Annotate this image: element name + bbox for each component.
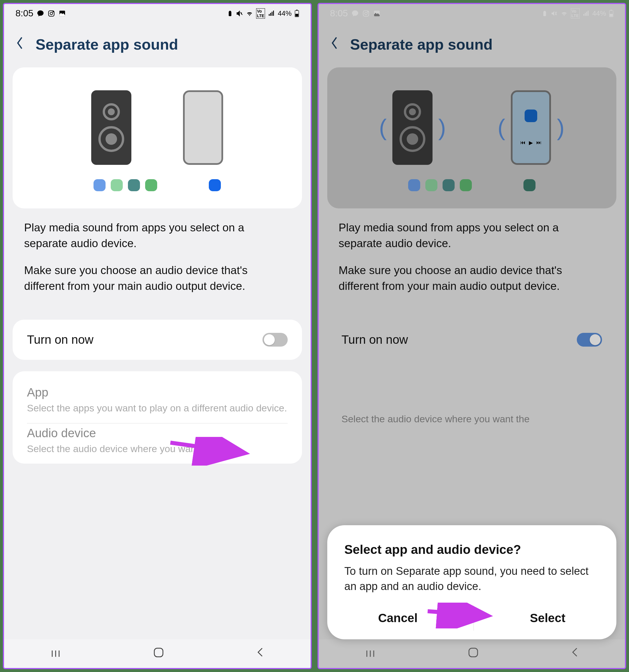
arrow-annotation <box>167 437 259 465</box>
svg-rect-18 <box>543 11 546 16</box>
mute-icon <box>551 10 558 17</box>
back-button[interactable] <box>327 33 342 56</box>
messages-icon <box>37 10 44 17</box>
battery-percent: 44% <box>592 9 606 18</box>
svg-line-9 <box>170 443 242 453</box>
svg-rect-8 <box>295 14 298 16</box>
sound-wave-icon <box>498 114 505 141</box>
back-button[interactable] <box>13 33 27 56</box>
phone-screen-left: 8:05 <box>3 3 312 669</box>
battery-icon <box>609 10 613 17</box>
navigation-bar <box>319 639 625 668</box>
illustration-card <box>13 67 302 209</box>
svg-line-23 <box>428 611 485 616</box>
svg-rect-21 <box>610 10 612 10</box>
toggle-label: Turn on now <box>342 333 408 346</box>
status-bar: 8:05 <box>4 4 311 22</box>
svg-point-15 <box>365 12 367 15</box>
home-button[interactable] <box>445 641 502 667</box>
instagram-icon <box>362 10 370 17</box>
sound-wave-icon <box>557 114 564 141</box>
app-dots-left <box>408 179 472 191</box>
svg-rect-13 <box>154 648 163 657</box>
toggle-label: Turn on now <box>27 333 93 346</box>
select-app-dialog: Select app and audio device? To turn on … <box>327 525 617 639</box>
wifi-icon <box>246 10 253 17</box>
description-text: Play media sound from apps you select on… <box>319 220 625 320</box>
svg-rect-5 <box>229 10 231 11</box>
status-time: 8:05 <box>16 8 33 19</box>
signal-icon <box>268 10 275 17</box>
page-title: Separate app sound <box>36 36 178 53</box>
page-title: Separate app sound <box>350 36 493 53</box>
speaker-illustration <box>392 90 433 165</box>
image-icon <box>59 10 66 17</box>
back-nav-button[interactable] <box>548 641 602 667</box>
battery-percent: 44% <box>278 9 292 18</box>
cancel-button[interactable]: Cancel <box>367 605 429 631</box>
recents-button[interactable] <box>27 641 84 667</box>
options-card: Select the audio device where you want t… <box>327 352 617 434</box>
svg-rect-22 <box>610 14 613 16</box>
phone-illustration <box>183 90 223 165</box>
turn-on-toggle[interactable] <box>577 333 602 346</box>
turn-on-now-row[interactable]: Turn on now <box>13 320 302 360</box>
description-text: Play media sound from apps you select on… <box>4 220 311 320</box>
app-dots-right <box>209 179 221 191</box>
phone-illustration-active: ⏮▶⏭ <box>511 90 551 165</box>
mute-icon <box>236 10 243 17</box>
battery-saver-icon <box>541 10 548 17</box>
recents-button[interactable] <box>342 641 399 667</box>
svg-rect-27 <box>469 648 477 657</box>
svg-point-1 <box>50 12 53 15</box>
app-option[interactable]: App Select the apps you want to play on … <box>27 383 288 423</box>
phone-screen-right: 8:05 <box>318 3 626 669</box>
messages-icon <box>351 10 359 17</box>
app-dots-left <box>93 179 157 191</box>
volte-icon: VoLTE <box>256 8 265 19</box>
sound-wave-icon <box>438 114 446 141</box>
turn-on-toggle[interactable] <box>262 333 288 346</box>
status-time: 8:05 <box>330 8 348 19</box>
image-icon <box>373 10 380 17</box>
wifi-icon <box>560 10 568 17</box>
back-nav-button[interactable] <box>233 641 287 667</box>
sound-wave-icon <box>379 114 387 141</box>
page-header: Separate app sound <box>4 22 311 65</box>
battery-icon <box>295 10 299 17</box>
audio-device-option[interactable]: Select the audio device where you want t… <box>342 410 602 434</box>
illustration-card: ⏮▶⏭ <box>327 67 617 209</box>
instagram-icon <box>48 10 55 17</box>
navigation-bar <box>4 639 311 668</box>
svg-rect-7 <box>296 10 298 10</box>
status-bar: 8:05 <box>319 4 625 22</box>
home-button[interactable] <box>130 641 187 667</box>
battery-saver-icon <box>227 10 233 17</box>
page-header: Separate app sound <box>319 22 625 65</box>
volte-icon: VoLTE <box>571 8 580 19</box>
svg-rect-4 <box>229 11 231 16</box>
app-dots-right <box>523 179 536 191</box>
arrow-annotation <box>425 603 499 628</box>
dialog-title: Select app and audio device? <box>345 543 600 557</box>
svg-point-2 <box>53 11 53 12</box>
dialog-text: To turn on Separate app sound, you need … <box>345 563 600 594</box>
turn-on-now-row[interactable]: Turn on now <box>327 320 617 352</box>
speaker-illustration <box>91 90 131 165</box>
signal-icon <box>583 10 589 17</box>
svg-point-16 <box>367 11 368 12</box>
select-button[interactable]: Select <box>518 605 577 631</box>
svg-rect-19 <box>544 10 545 11</box>
